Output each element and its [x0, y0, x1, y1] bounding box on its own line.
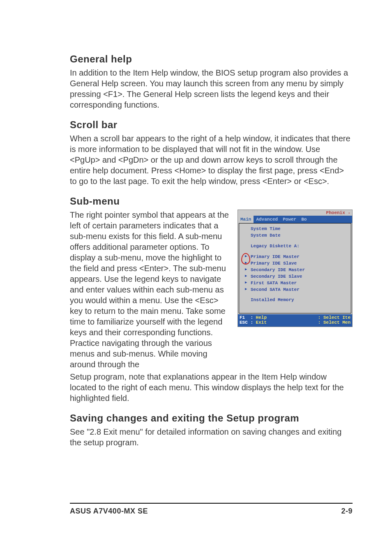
bios-tab-bar: Main Advanced Power Bo [238, 216, 352, 223]
bios-tab-advanced[interactable]: Advanced [254, 216, 280, 223]
paragraph-general-help: In addition to the Item Help window, the… [70, 67, 353, 110]
bios-foot-f1-key: F1 : [240, 315, 256, 320]
bios-item-system-date[interactable]: System Date [239, 233, 351, 239]
page-footer: ASUS A7V400-MX SE 2-9 [70, 503, 353, 516]
bios-foot-right2: : Select Men [318, 320, 350, 325]
bios-foot-esc-key: ESC : [240, 320, 256, 325]
bios-item-first-sata-master[interactable]: First SATA Master [239, 280, 351, 287]
bios-item-installed-memory[interactable]: Installed Memory [239, 297, 351, 304]
heading-scroll-bar: Scroll bar [70, 119, 353, 131]
heading-sub-menu: Sub-menu [70, 196, 353, 207]
bios-item-secondary-ide-master[interactable]: Secondary IDE Master [239, 267, 351, 274]
bios-foot-esc-action: Exit [256, 320, 267, 325]
bios-foot-f1-action: Help [256, 315, 267, 320]
heading-saving: Saving changes and exiting the Setup pro… [70, 412, 353, 424]
bios-tab-power[interactable]: Power [280, 216, 299, 223]
bios-item-primary-ide-slave[interactable]: Primary IDE Slave [239, 260, 351, 267]
bios-tab-boot[interactable]: Bo [299, 216, 309, 223]
bios-foot-right1: : Select Ite [318, 315, 350, 320]
bios-item-system-time[interactable]: System Time [239, 226, 351, 233]
bios-footer: F1 : Help : Select Ite ESC : Exit : Sele… [238, 314, 352, 327]
footer-page-number: 2-9 [341, 507, 353, 516]
submenu-row: The right pointer symbol that appears at… [70, 210, 353, 370]
paragraph-sub-menu-beside: The right pointer symbol that appears at… [70, 210, 233, 370]
bios-body: System Time System Date Legacy Diskette … [239, 223, 351, 313]
bios-screenshot: Phoenix - Main Advanced Power Bo System … [238, 210, 353, 327]
paragraph-scroll-bar: When a scroll bar appears to the right o… [70, 133, 353, 187]
heading-general-help: General help [70, 53, 353, 65]
bios-item-primary-ide-master[interactable]: Primary IDE Master [239, 254, 351, 260]
page-content: General help In addition to the Item Hel… [0, 0, 392, 448]
bios-tab-main[interactable]: Main [238, 216, 254, 223]
bios-item-secondary-ide-slave[interactable]: Secondary IDE Slave [239, 274, 351, 280]
bios-item-second-sata-master[interactable]: Second SATA Master [239, 287, 351, 293]
paragraph-saving: See "2.8 Exit menu" for detailed informa… [70, 426, 353, 448]
footer-product: ASUS A7V400-MX SE [70, 507, 148, 516]
paragraph-sub-menu-after: Setup program, note that explanations ap… [70, 371, 353, 403]
bios-item-legacy-diskette[interactable]: Legacy Diskette A: [239, 243, 351, 250]
bios-brand: Phoenix - [238, 210, 352, 216]
